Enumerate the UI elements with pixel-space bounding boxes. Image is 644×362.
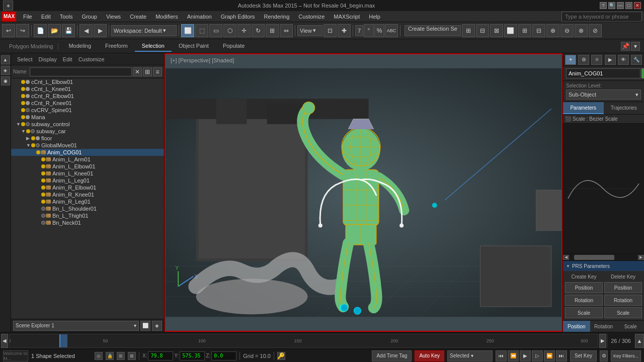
customize-label[interactable]: Customize: [75, 56, 108, 62]
menu-modifiers[interactable]: Modifiers: [151, 13, 182, 21]
se-icon1[interactable]: ⬜: [140, 321, 150, 331]
prs-tab-position[interactable]: Position: [563, 321, 590, 332]
tab-selection[interactable]: Selection: [135, 41, 172, 52]
tree-item[interactable]: cCnt_L_Knee01: [11, 85, 164, 93]
scroll-right-btn[interactable]: ▶: [638, 255, 644, 260]
close-btn[interactable]: ✕: [634, 2, 641, 9]
create-sel-set-btn[interactable]: Create Selection Se: [405, 25, 461, 36]
tab-populate[interactable]: Populate: [216, 41, 252, 52]
tree-item[interactable]: Anim_L_Elbow01: [11, 163, 164, 170]
menu-edit[interactable]: Edit: [37, 13, 55, 21]
y-value[interactable]: 575.35: [180, 351, 205, 360]
help-btn[interactable]: ?: [600, 2, 607, 9]
right-utils-icon[interactable]: 🔧: [631, 55, 642, 65]
x-value[interactable]: 79.8: [148, 351, 173, 360]
lock-status-icon[interactable]: 🔒: [106, 352, 114, 360]
select-poly-btn[interactable]: ⬡: [223, 24, 236, 37]
sel-filter-btn[interactable]: ⊟: [476, 24, 489, 37]
new-btn[interactable]: 📄: [34, 24, 47, 37]
ribbon-pin-btn[interactable]: 📌: [621, 42, 630, 51]
timeline-prev-btn[interactable]: ◀: [1, 334, 8, 348]
tab-object-paint[interactable]: Object Paint: [172, 41, 216, 52]
scene-filter-clear-btn[interactable]: ✕: [133, 67, 142, 76]
delete-position-btn[interactable]: Position: [604, 282, 642, 293]
max-logo[interactable]: MAX: [2, 12, 16, 22]
min-btn[interactable]: —: [617, 2, 624, 9]
sel-extra2[interactable]: ⊞: [518, 24, 531, 37]
ribbon-down-btn[interactable]: ▾: [631, 42, 640, 51]
mini-btn3[interactable]: ◉: [1, 76, 10, 85]
tree-item[interactable]: Anim_R_Knee01: [11, 191, 164, 198]
track-scrollbar-thumb[interactable]: [574, 255, 614, 260]
menu-animation[interactable]: Animation: [183, 13, 216, 21]
next-btn[interactable]: ▶: [94, 24, 107, 37]
view-extra1[interactable]: ⊡: [324, 24, 337, 37]
select-label[interactable]: Select: [14, 56, 36, 62]
timeline-playhead[interactable]: [59, 334, 60, 347]
menu-tools[interactable]: Tools: [56, 13, 77, 21]
tree-item[interactable]: ▶floor: [11, 135, 164, 142]
tree-item[interactable]: ▼GlobalMove01: [11, 142, 164, 149]
play-btn[interactable]: ▶: [520, 350, 531, 361]
display-label[interactable]: Display: [36, 56, 60, 62]
timeline-expand-btn[interactable]: ▲: [635, 334, 644, 348]
tree-item[interactable]: cCnt_L_Elbow01: [11, 78, 164, 85]
mini-btn2[interactable]: ◈: [1, 66, 10, 75]
title-search-input[interactable]: [561, 12, 642, 22]
delete-scale-btn[interactable]: Scale: [604, 307, 642, 318]
tab-trajectories[interactable]: Trajectories: [604, 102, 645, 114]
mirror-btn[interactable]: ⇔: [280, 24, 293, 37]
scene-explorer-name-dropdown[interactable]: Scene Explorer 1 ▾: [13, 321, 139, 331]
scene-search-input[interactable]: [30, 67, 132, 76]
sel-extra4[interactable]: ⊕: [546, 24, 559, 37]
play-anim-btn[interactable]: ▷: [532, 350, 543, 361]
sel-extra5[interactable]: ⊖: [560, 24, 574, 37]
tree-item[interactable]: Mana: [11, 114, 164, 121]
menu-graph-editors[interactable]: Graph Editors: [217, 13, 259, 21]
viewport[interactable]: [+] [Perspective] [Shaded]: [165, 53, 562, 332]
key-filters-btn[interactable]: Key Filters...: [611, 350, 641, 361]
add-time-tag-btn[interactable]: Add Time Tag: [372, 350, 412, 361]
abc-btn[interactable]: ABC: [385, 24, 398, 37]
delete-rotation-btn[interactable]: Rotation: [604, 295, 642, 306]
open-btn[interactable]: 📂: [48, 24, 61, 37]
menu-file[interactable]: File: [19, 13, 36, 21]
prs-header[interactable]: ▼ PRS Parameters: [563, 261, 644, 271]
create-position-btn[interactable]: Position: [565, 282, 603, 293]
menu-rendering[interactable]: Rendering: [260, 13, 294, 21]
select-rect-btn[interactable]: ▭: [209, 24, 222, 37]
right-motion-icon[interactable]: ▶: [605, 55, 616, 65]
scale-btn[interactable]: ⊞: [266, 24, 279, 37]
tab-freeform[interactable]: Freeform: [98, 41, 135, 52]
scroll-left-btn[interactable]: ◀: [563, 255, 569, 260]
tree-item[interactable]: Bn_L_Shoulder01: [11, 205, 164, 212]
tree-item[interactable]: cvCRV_Spine01: [11, 107, 164, 114]
scene-tree[interactable]: cCnt_L_Elbow01 cCnt_L_Knee01 cCnt_R_Elbo…: [11, 78, 164, 319]
go-end-btn[interactable]: ⏭: [556, 350, 567, 361]
z-value[interactable]: 0.0: [211, 351, 236, 360]
tree-item[interactable]: Bn_L_Thigh01: [11, 212, 164, 219]
tab-modeling[interactable]: Modeling: [61, 41, 98, 52]
edit-label[interactable]: Edit: [60, 56, 75, 62]
tree-item[interactable]: Anim_COG01: [11, 149, 164, 156]
obj-name-input[interactable]: [566, 68, 640, 78]
time-config-btn[interactable]: ⚙: [600, 350, 608, 361]
sel-extra7[interactable]: ⊘: [589, 24, 602, 37]
create-rotation-btn[interactable]: Rotation: [565, 295, 603, 306]
tree-item[interactable]: Anim_L_Arm01: [11, 156, 164, 163]
pct-btn[interactable]: %: [374, 24, 384, 37]
named-sel-btn[interactable]: ⊞: [462, 24, 475, 37]
max-btn[interactable]: □: [625, 2, 632, 9]
key-icon[interactable]: 🔑: [277, 352, 285, 360]
move-btn[interactable]: ✛: [237, 24, 251, 37]
next-frame-btn[interactable]: ⏩: [544, 350, 555, 361]
undo-btn[interactable]: ↩: [2, 24, 15, 37]
workspace-dropdown[interactable]: Workspace: Default ▾: [111, 25, 177, 36]
scene-filter-btn[interactable]: ⊞: [143, 67, 152, 76]
right-create-icon[interactable]: ✦: [565, 55, 576, 65]
view-dropdown[interactable]: View ▾: [297, 25, 323, 36]
tree-item[interactable]: Anim_L_Leg01: [11, 177, 164, 184]
obj-color-swatch[interactable]: [641, 68, 644, 78]
expand-arrow[interactable]: ▼: [21, 129, 26, 134]
tab-parameters[interactable]: Parameters: [563, 102, 604, 114]
